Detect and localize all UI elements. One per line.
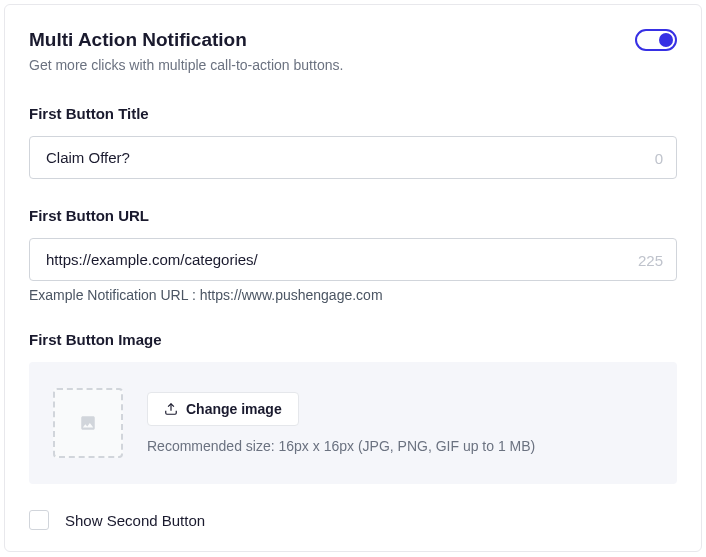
show-second-button-row: Show Second Button bbox=[29, 510, 677, 530]
first-button-title-wrapper: 0 bbox=[29, 136, 677, 179]
first-button-url-label: First Button URL bbox=[29, 207, 677, 224]
upload-icon bbox=[164, 402, 178, 416]
first-button-url-helper: Example Notification URL : https://www.p… bbox=[29, 287, 677, 303]
show-second-button-checkbox[interactable] bbox=[29, 510, 49, 530]
toggle-knob bbox=[659, 33, 673, 47]
first-button-title-count: 0 bbox=[655, 149, 663, 166]
image-content: Change image Recommended size: 16px x 16… bbox=[147, 392, 535, 454]
panel-subtitle: Get more clicks with multiple call-to-ac… bbox=[29, 57, 677, 73]
image-placeholder[interactable] bbox=[53, 388, 123, 458]
image-icon bbox=[79, 414, 97, 432]
change-image-button[interactable]: Change image bbox=[147, 392, 299, 426]
first-button-title-label: First Button Title bbox=[29, 105, 677, 122]
enable-toggle[interactable] bbox=[635, 29, 677, 51]
panel-title: Multi Action Notification bbox=[29, 29, 247, 51]
show-second-button-label: Show Second Button bbox=[65, 512, 205, 529]
image-recommended-text: Recommended size: 16px x 16px (JPG, PNG,… bbox=[147, 438, 535, 454]
first-button-url-wrapper: 225 bbox=[29, 238, 677, 281]
first-button-title-section: First Button Title 0 bbox=[29, 105, 677, 179]
first-button-image-section: Change image Recommended size: 16px x 16… bbox=[29, 362, 677, 484]
change-image-label: Change image bbox=[186, 401, 282, 417]
first-button-title-input[interactable] bbox=[29, 136, 677, 179]
first-button-url-input[interactable] bbox=[29, 238, 677, 281]
multi-action-panel: Multi Action Notification Get more click… bbox=[4, 4, 702, 552]
first-button-url-count: 225 bbox=[638, 251, 663, 268]
header-row: Multi Action Notification bbox=[29, 29, 677, 51]
first-button-url-section: First Button URL 225 Example Notificatio… bbox=[29, 207, 677, 303]
first-button-image-label: First Button Image bbox=[29, 331, 677, 348]
